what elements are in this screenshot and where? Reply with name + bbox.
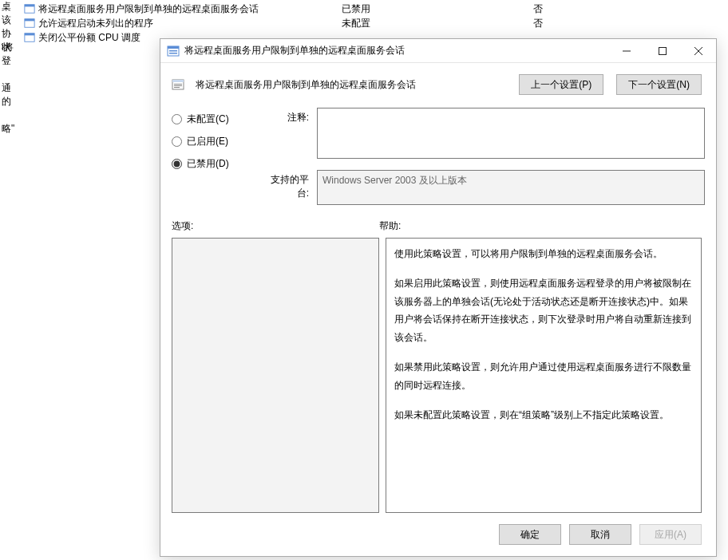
policy-header-icon (172, 78, 184, 91)
radio-not-configured[interactable]: 未配置(C) (172, 108, 248, 130)
svg-rect-18 (174, 87, 180, 88)
apply-label: 应用(A) (655, 529, 686, 540)
previous-setting-button[interactable]: 上一个设置(P) (519, 74, 603, 95)
svg-rect-1 (25, 5, 34, 7)
state-radio-group: 未配置(C) 已启用(E) 已禁用(D) (172, 108, 248, 205)
close-button[interactable] (680, 39, 716, 62)
options-pane (172, 238, 379, 513)
window-buttons (608, 39, 716, 62)
policy-name: 将远程桌面服务用户限制到单独的远程桌面服务会话 (38, 2, 342, 16)
help-paragraph: 如果启用此策略设置，则使用远程桌面服务远程登录的用户将被限制在该服务器上的单独会… (394, 274, 693, 347)
policy-comment: 否 (533, 2, 613, 16)
policy-state: 未配置 (342, 16, 533, 30)
policy-icon (24, 32, 35, 43)
ok-label: 确定 (520, 529, 540, 540)
bg-frag-line: 的 (0, 95, 18, 108)
svg-rect-9 (169, 53, 177, 54)
next-setting-label: 下一个设置(N) (628, 79, 690, 90)
help-paragraph: 如果禁用此策略设置，则允许用户通过使用远程桌面服务进行不限数量的同时远程连接。 (394, 358, 693, 395)
apply-button[interactable]: 应用(A) (639, 524, 702, 545)
radio-not-configured-label: 未配置(C) (187, 112, 229, 126)
svg-rect-17 (174, 85, 182, 86)
bg-frag-line: 通 (0, 81, 18, 95)
radio-disabled[interactable]: 已禁用(D) (172, 152, 248, 175)
svg-rect-16 (174, 84, 182, 85)
svg-rect-7 (168, 46, 179, 49)
config-fields: 注释: 支持的平台: Windows Server 2003 及以上版本 (261, 108, 705, 205)
svg-rect-15 (172, 80, 184, 82)
previous-setting-label: 上一个设置(P) (531, 79, 592, 90)
supported-label: 支持的平台: (261, 170, 309, 200)
policy-name: 允许远程启动未列出的程序 (38, 16, 342, 30)
help-paragraph: 如果未配置此策略设置，则在“组策略”级别上不指定此策略设置。 (394, 406, 693, 424)
bg-frag-line: 略" (0, 122, 18, 136)
supported-row: 支持的平台: Windows Server 2003 及以上版本 (261, 170, 705, 205)
policy-icon (24, 18, 35, 29)
dialog-buttons: 确定 取消 应用(A) (160, 513, 716, 556)
policy-comment: 否 (533, 16, 613, 30)
dialog-icon (167, 45, 180, 57)
supported-value: Windows Server 2003 及以上版本 (322, 175, 467, 186)
minimize-button[interactable] (608, 39, 644, 62)
maximize-button[interactable] (644, 39, 680, 62)
help-pane[interactable]: 使用此策略设置，可以将用户限制到单独的远程桌面服务会话。 如果启用此策略设置，则… (386, 238, 702, 513)
policy-row[interactable]: 将远程桌面服务用户限制到单独的远程桌面服务会话 已禁用 否 (0, 2, 728, 16)
radio-enabled-input[interactable] (172, 136, 182, 147)
svg-rect-3 (25, 19, 34, 22)
policy-state: 已禁用 (342, 2, 533, 16)
dialog-header-title: 将远程桌面服务用户限制到单独的远程桌面服务会话 (196, 78, 506, 92)
dialog-header-row: 将远程桌面服务用户限制到单独的远程桌面服务会话 上一个设置(P) 下一个设置(N… (160, 63, 716, 103)
supported-field: Windows Server 2003 及以上版本 (317, 170, 705, 205)
panes-labels: 选项: 帮助: (160, 205, 716, 238)
comment-field[interactable] (317, 108, 705, 159)
cancel-label: 取消 (591, 529, 610, 540)
policy-icon (24, 3, 35, 14)
svg-rect-11 (659, 47, 666, 54)
radio-disabled-label: 已禁用(D) (187, 157, 229, 171)
dialog-titlebar: 将远程桌面服务用户限制到单独的远程桌面服务会话 (160, 39, 716, 63)
options-label: 选项: (172, 219, 379, 233)
help-paragraph: 使用此策略设置，可以将用户限制到单独的远程桌面服务会话。 (394, 245, 693, 263)
comment-row: 注释: (261, 108, 705, 159)
radio-disabled-input[interactable] (172, 159, 182, 169)
bg-frag-line: 登 (0, 54, 18, 68)
policy-setting-dialog: 将远程桌面服务用户限制到单独的远程桌面服务会话 将远程桌面服务用户限制到单独的远… (160, 38, 717, 557)
radio-not-configured-input[interactable] (172, 114, 182, 124)
radio-enabled-label: 已启用(E) (187, 135, 228, 148)
help-label: 帮助: (379, 219, 702, 233)
bg-frag-line (0, 68, 18, 81)
panes-row: 使用此策略设置，可以将用户限制到单独的远程桌面服务会话。 如果启用此策略设置，则… (160, 238, 716, 513)
config-zone: 未配置(C) 已启用(E) 已禁用(D) 注释: 支持的平台: Windows … (160, 103, 716, 205)
ok-button[interactable]: 确定 (499, 524, 561, 545)
radio-enabled[interactable]: 已启用(E) (172, 130, 248, 152)
dialog-title: 将远程桌面服务用户限制到单独的远程桌面服务会话 (184, 44, 608, 57)
bg-frag-line (0, 108, 18, 122)
policy-row[interactable]: 允许远程启动未列出的程序 未配置 否 (0, 16, 728, 30)
svg-rect-5 (25, 34, 34, 36)
svg-rect-8 (169, 50, 177, 52)
comment-label: 注释: (261, 108, 309, 124)
next-setting-button[interactable]: 下一个设置(N) (616, 74, 702, 95)
cancel-button[interactable]: 取消 (569, 524, 631, 545)
